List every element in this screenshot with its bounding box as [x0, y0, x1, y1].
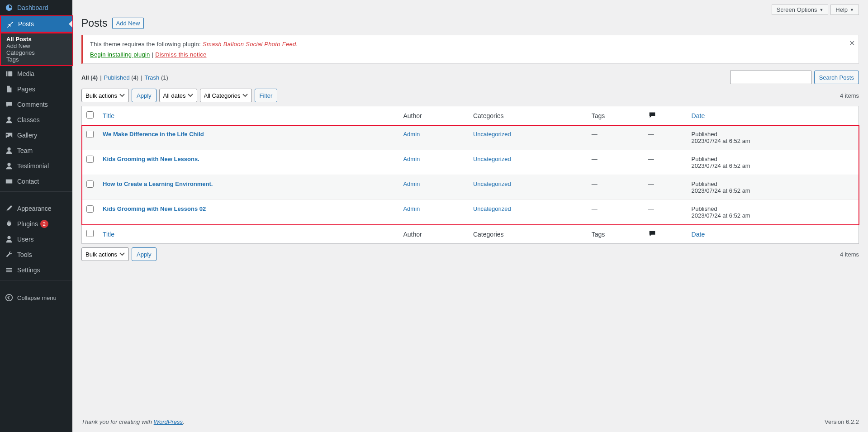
comments-cell: —	[644, 200, 687, 225]
sidebar-item-comments[interactable]: Comments	[0, 97, 72, 112]
col-title[interactable]: Title	[98, 106, 398, 125]
date-text: 2023/07/24 at 6:52 am	[692, 138, 854, 144]
item-count-bottom: 4 items	[840, 251, 859, 258]
brush-icon	[5, 204, 14, 213]
bulk-apply-button[interactable]: Apply	[132, 89, 157, 102]
filter-button[interactable]: Filter	[255, 89, 278, 102]
mail-icon	[5, 177, 14, 186]
post-title-link[interactable]: Kids Grooming with New Lessons.	[103, 156, 199, 162]
category-link[interactable]: Uncategorized	[473, 131, 511, 138]
search-posts-input[interactable]	[730, 71, 811, 84]
user-icon	[5, 146, 14, 155]
bulk-actions-select-bottom[interactable]: Bulk actions	[81, 247, 129, 261]
plugin-icon	[5, 219, 14, 228]
admin-sidebar: Dashboard Posts All Posts Add New Catego…	[0, 0, 72, 432]
category-link[interactable]: Uncategorized	[473, 205, 511, 212]
collapse-menu[interactable]: Collapse menu	[0, 290, 72, 306]
post-title-link[interactable]: Kids Grooming with New Lessons 02	[103, 205, 206, 212]
comments-cell: —	[644, 125, 687, 150]
svg-point-0	[6, 294, 12, 301]
sidebar-item-gallery[interactable]: Gallery	[0, 128, 72, 143]
row-checkbox[interactable]	[86, 131, 94, 138]
bulk-actions-select[interactable]: Bulk actions	[81, 89, 129, 102]
select-all-checkbox[interactable]	[86, 111, 94, 119]
item-count: 4 items	[840, 92, 859, 99]
plugin-notice: ✕ This theme requires the following plug…	[81, 35, 859, 64]
screen-options-button[interactable]: Screen Options ▼	[772, 5, 829, 15]
tags-cell: —	[587, 150, 644, 175]
pages-icon	[5, 85, 14, 94]
install-plugin-link[interactable]: Begin installing plugin	[90, 51, 150, 58]
sidebar-item-users[interactable]: Users	[0, 232, 72, 247]
settings-icon	[5, 266, 14, 275]
dismiss-notice-icon[interactable]: ✕	[849, 39, 855, 47]
author-link[interactable]: Admin	[403, 131, 420, 138]
sidebar-item-pages[interactable]: Pages	[0, 81, 72, 97]
sidebar-item-posts[interactable]: Posts	[0, 15, 73, 33]
select-all-checkbox-bottom[interactable]	[86, 230, 94, 237]
comments-cell: —	[644, 175, 687, 200]
filter-published[interactable]: Published (4)	[104, 74, 139, 81]
admin-footer: Thank you for creating with WordPress. V…	[72, 412, 868, 432]
sidebar-item-team[interactable]: Team	[0, 143, 72, 158]
wordpress-link[interactable]: WordPress	[154, 418, 183, 425]
comments-icon	[5, 100, 14, 109]
comments-cell: —	[644, 150, 687, 175]
category-filter-select[interactable]: All Categories	[200, 89, 252, 102]
posts-table: Title Author Categories Tags Date We Mak…	[81, 106, 859, 244]
category-link[interactable]: Uncategorized	[473, 180, 511, 187]
sidebar-item-settings[interactable]: Settings	[0, 262, 72, 278]
date-text: 2023/07/24 at 6:52 am	[692, 212, 854, 219]
dismiss-notice-link[interactable]: Dismiss this notice	[155, 51, 206, 58]
date-text: 2023/07/24 at 6:52 am	[692, 187, 854, 194]
main-content: Screen Options ▼ Help ▼ Posts Add New ✕ …	[72, 0, 868, 432]
col-comments-icon[interactable]	[644, 106, 687, 125]
user-icon	[5, 235, 14, 244]
collapse-icon	[5, 293, 14, 302]
add-new-button[interactable]: Add New	[112, 18, 144, 29]
date-filter-select[interactable]: All dates	[159, 89, 197, 102]
filter-all[interactable]: All (4)	[81, 74, 98, 81]
sidebar-item-classes[interactable]: Classes	[0, 112, 72, 128]
plugin-name-link[interactable]: Smash Balloon Social Photo Feed	[203, 41, 296, 47]
row-checkbox[interactable]	[86, 205, 94, 213]
version-text: Version 6.2.2	[825, 418, 859, 425]
bulk-apply-button-bottom[interactable]: Apply	[132, 247, 157, 261]
user-icon	[5, 161, 14, 171]
author-link[interactable]: Admin	[403, 156, 420, 162]
status-text: Published	[692, 205, 854, 212]
date-text: 2023/07/24 at 6:52 am	[692, 162, 854, 169]
sidebar-item-media[interactable]: Media	[0, 66, 72, 81]
sidebar-item-testimonial[interactable]: Testimonial	[0, 158, 72, 174]
post-title-link[interactable]: How to Create a Learning Environment.	[103, 180, 213, 187]
table-row: How to Create a Learning Environment. Ad…	[82, 175, 859, 200]
row-checkbox[interactable]	[86, 156, 94, 163]
row-checkbox[interactable]	[86, 180, 94, 188]
chevron-down-icon: ▼	[819, 8, 823, 12]
col-categories: Categories	[469, 106, 587, 125]
sidebar-item-contact[interactable]: Contact	[0, 174, 72, 189]
table-row: Kids Grooming with New Lessons. Admin Un…	[82, 150, 859, 175]
search-posts-button[interactable]: Search Posts	[814, 71, 859, 84]
chevron-down-icon: ▼	[850, 8, 854, 12]
pin-icon	[5, 19, 14, 28]
help-button[interactable]: Help ▼	[830, 5, 859, 15]
sidebar-item-tools[interactable]: Tools	[0, 247, 72, 262]
page-title: Posts	[81, 17, 108, 29]
media-icon	[5, 69, 14, 78]
tags-cell: —	[587, 175, 644, 200]
sidebar-label: Posts	[18, 20, 34, 28]
col-date[interactable]: Date	[687, 106, 859, 125]
sidebar-item-plugins[interactable]: Plugins2	[0, 216, 72, 232]
category-link[interactable]: Uncategorized	[473, 156, 511, 162]
col-author: Author	[398, 106, 468, 125]
sidebar-item-appearance[interactable]: Appearance	[0, 201, 72, 216]
sidebar-item-dashboard[interactable]: Dashboard	[0, 0, 72, 15]
status-text: Published	[692, 131, 854, 138]
posts-submenu: All Posts Add New Categories Tags	[1, 33, 72, 65]
author-link[interactable]: Admin	[403, 205, 420, 212]
post-title-link[interactable]: We Make Difference in the Life Child	[103, 131, 204, 138]
col-tags: Tags	[587, 106, 644, 125]
filter-trash[interactable]: Trash (1)	[145, 74, 168, 81]
author-link[interactable]: Admin	[403, 180, 420, 187]
